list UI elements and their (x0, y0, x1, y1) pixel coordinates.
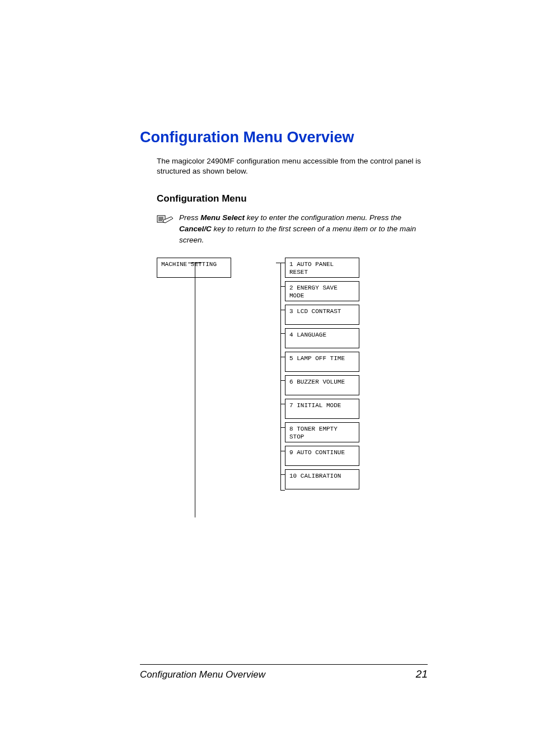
tree-level1-box: MACHINE SETTING (157, 258, 231, 278)
tree-item-label: 1 AUTO PANEL RESET (289, 261, 355, 277)
tree-item-box: 1 AUTO PANEL RESET (285, 258, 359, 278)
note-part: key to return to the first screen of a m… (179, 225, 416, 244)
note-block: Press Menu Select key to enter the confi… (157, 212, 428, 245)
note-bold: Menu Select (200, 213, 245, 222)
tree-item-label: 2 ENERGY SAVE MODE (289, 284, 355, 300)
tree-item-box: 5 LAMP OFF TIME (285, 352, 359, 372)
note-part: Press (179, 213, 200, 222)
tree-connector (280, 490, 285, 491)
tree-item-label: 7 INITIAL MODE (289, 402, 355, 410)
tree-connector (280, 404, 285, 404)
note-part: key to enter the configuration menu. Pre… (245, 213, 401, 222)
tree-item-box: 7 INITIAL MODE (285, 399, 359, 419)
tree-item-label: 6 BUZZER VOLUME (289, 379, 355, 386)
intro-paragraph: The magicolor 2490MF configuration menu … (157, 156, 428, 176)
section-heading: Configuration Menu (157, 193, 428, 204)
tree-connector (280, 380, 285, 381)
tree-item-box: 2 ENERGY SAVE MODE (285, 281, 359, 301)
tree-item-label: 3 LCD CONTRAST (289, 308, 355, 316)
tree-item-box: 6 BUZZER VOLUME (285, 375, 359, 395)
menu-tree: Main screen MACHINE SETTING 1 AUTO PANEL… (157, 258, 428, 521)
tree-connector (280, 333, 285, 334)
tree-item-label: 8 TONER EMPTY STOP (289, 426, 355, 441)
tree-connector (280, 286, 285, 287)
tree-connector (280, 263, 281, 490)
tree-item-box: 8 TONER EMPTY STOP (285, 422, 359, 442)
tree-item-label: 4 LANGUAGE (289, 332, 355, 339)
tree-item-label: 10 CALIBRATION (289, 473, 355, 480)
tree-connector (280, 474, 285, 475)
tree-item-box: 4 LANGUAGE (285, 328, 359, 348)
tree-item-box: 10 CALIBRATION (285, 469, 359, 489)
tree-item-label: 9 AUTO CONTINUE (289, 449, 355, 457)
tree-connector (195, 263, 195, 517)
note-bold: Cancel/C (179, 225, 212, 233)
footer-title: Configuration Menu Overview (140, 669, 265, 680)
tree-item-label: 5 LAMP OFF TIME (289, 355, 355, 363)
page-title: Configuration Menu Overview (140, 129, 428, 146)
footer-page-number: 21 (416, 668, 428, 680)
tree-item-box: 9 AUTO CONTINUE (285, 446, 359, 466)
tree-connector (280, 263, 285, 263)
tree-connector (280, 357, 285, 357)
tree-item-box: 3 LCD CONTRAST (285, 305, 359, 325)
page-footer: Configuration Menu Overview 21 (140, 664, 428, 680)
tree-connector (280, 451, 285, 451)
tree-connector (280, 427, 285, 428)
tree-connector (280, 310, 285, 310)
note-icon (157, 213, 174, 227)
note-text: Press Menu Select key to enter the confi… (179, 212, 428, 245)
